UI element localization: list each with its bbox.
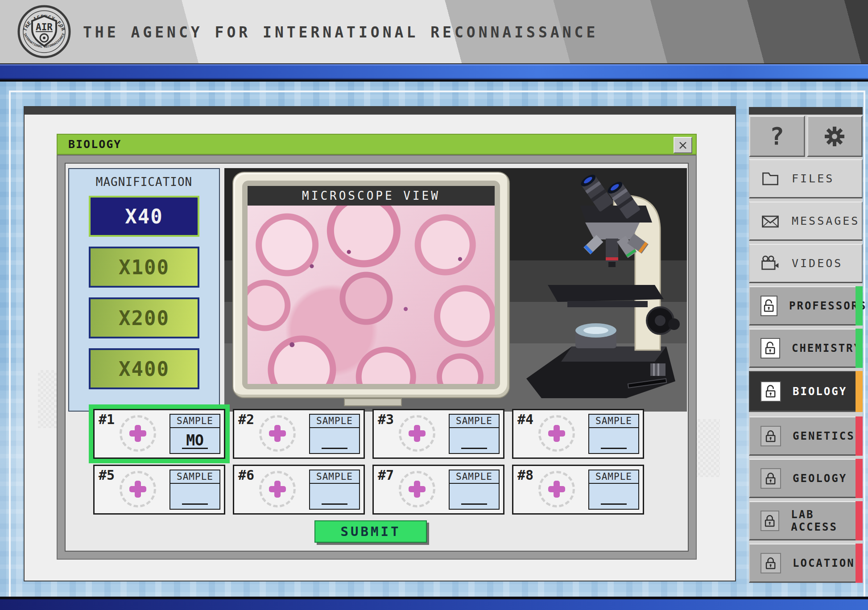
sample-box: SAMPLE bbox=[449, 470, 500, 510]
sidebar-item-chemistry[interactable]: CHEMISTRY bbox=[749, 329, 863, 368]
sample-slot-6[interactable]: #6SAMPLE bbox=[233, 465, 365, 515]
status-strip bbox=[856, 544, 863, 583]
monitor-bezel: MICROSCOPE VIEW bbox=[242, 181, 500, 389]
gear-icon bbox=[824, 126, 845, 147]
sidebar-top-buttons: ? bbox=[749, 115, 863, 157]
sample-slot-3[interactable]: #3SAMPLE bbox=[372, 409, 504, 459]
sidebar-item-label: MESSAGES bbox=[792, 214, 860, 227]
petri-dish-icon bbox=[538, 471, 575, 507]
sample-value-input[interactable] bbox=[461, 489, 487, 505]
sample-label: SAMPLE bbox=[170, 470, 219, 484]
specimen-icon bbox=[409, 481, 426, 498]
sample-slot-2[interactable]: #2SAMPLE bbox=[233, 409, 365, 459]
sample-value-input[interactable] bbox=[601, 489, 627, 505]
sample-slot-number: #2 bbox=[238, 412, 254, 427]
sample-slot-4[interactable]: #4SAMPLE bbox=[512, 409, 644, 459]
sidebar-item-biology[interactable]: BIOLOGY bbox=[749, 371, 863, 412]
svg-text:✦: ✦ bbox=[58, 23, 60, 28]
petri-dish-icon bbox=[399, 415, 435, 452]
sidebar-item-label: LOCATION bbox=[793, 557, 855, 569]
sidebar-item-files[interactable]: FILES bbox=[749, 159, 863, 198]
sidebar-item-videos[interactable]: VIDEOS bbox=[749, 244, 863, 283]
sample-label: SAMPLE bbox=[450, 470, 499, 484]
video-icon bbox=[761, 254, 780, 273]
sidebar: ? FILESMESSAGESVIDEOSPROFESSORSCHEMISTRY… bbox=[749, 107, 863, 582]
sample-value-input[interactable] bbox=[322, 489, 347, 505]
sample-slot-number: #6 bbox=[238, 467, 254, 483]
header-accent-bar bbox=[0, 64, 868, 79]
sample-slot-8[interactable]: #8SAMPLE bbox=[512, 465, 644, 515]
microscope-view-title: MICROSCOPE VIEW bbox=[248, 186, 495, 206]
sample-input-area bbox=[310, 428, 359, 453]
sidebar-item-genetics[interactable]: GENETICS bbox=[749, 416, 863, 456]
status-strip bbox=[856, 329, 863, 368]
sidebar-item-location[interactable]: LOCATION bbox=[749, 544, 863, 583]
petri-dish-icon bbox=[259, 415, 296, 452]
sidebar-items: FILESMESSAGESVIDEOSPROFESSORSCHEMISTRYBI… bbox=[749, 159, 863, 586]
lock-closed-icon bbox=[761, 553, 781, 573]
sidebar-item-geology[interactable]: GEOLOGY bbox=[749, 459, 863, 498]
app-title: THE AGENCY FOR INTERNATIONAL RECONNAISSA… bbox=[83, 0, 598, 64]
sidebar-item-label: GEOLOGY bbox=[793, 472, 847, 485]
screen: THE AGENCY FOR INTERNATIONAL RECONNAISSA… bbox=[0, 0, 868, 610]
magnification-buttons: X40X100X200X400 bbox=[69, 196, 219, 389]
sample-value-input[interactable]: MO bbox=[182, 433, 208, 449]
sample-slot-number: #7 bbox=[378, 467, 394, 483]
sample-label: SAMPLE bbox=[310, 415, 359, 428]
frame-line bbox=[864, 91, 865, 597]
sample-input-area: MO bbox=[170, 428, 219, 453]
petri-dish-icon bbox=[120, 471, 156, 507]
sample-slot-number: #5 bbox=[99, 467, 115, 483]
submit-button[interactable]: SUBMIT bbox=[314, 520, 427, 543]
sample-input-area bbox=[589, 428, 638, 453]
sidebar-item-label: CHEMISTRY bbox=[792, 342, 862, 354]
sample-slot-number: #4 bbox=[517, 412, 533, 427]
sample-input-area bbox=[310, 484, 359, 509]
dialog-content: MAGNIFICATION X40X100X200X400 MICROSCOPE… bbox=[65, 163, 689, 552]
sample-slot-7[interactable]: #7SAMPLE bbox=[372, 465, 504, 515]
sample-box: SAMPLE bbox=[588, 470, 639, 510]
sidebar-item-label: VIDEOS bbox=[792, 257, 843, 270]
sidebar-item-lab-access[interactable]: LAB ACCESS bbox=[749, 501, 863, 540]
footer-accent-bar bbox=[0, 599, 868, 610]
sidebar-titlebar bbox=[749, 107, 863, 115]
sample-input-area bbox=[450, 484, 499, 509]
sample-label: SAMPLE bbox=[589, 415, 638, 428]
sample-box: SAMPLE bbox=[588, 414, 639, 454]
specimen-icon bbox=[269, 425, 286, 442]
magnification-panel: MAGNIFICATION X40X100X200X400 bbox=[68, 168, 220, 412]
sample-value-input[interactable] bbox=[322, 433, 347, 449]
specimen-icon bbox=[548, 425, 565, 442]
specimen-icon bbox=[129, 481, 146, 498]
frame-line bbox=[9, 91, 865, 92]
specimen-icon bbox=[409, 425, 426, 442]
envelope-icon bbox=[761, 211, 780, 231]
microscope-panel: MICROSCOPE VIEW bbox=[224, 168, 687, 412]
magnification-x40[interactable]: X40 bbox=[89, 196, 199, 237]
sidebar-item-messages[interactable]: MESSAGES bbox=[749, 202, 863, 241]
sidebar-item-label: GENETICS bbox=[793, 430, 855, 442]
sample-slot-5[interactable]: #5SAMPLE bbox=[93, 465, 225, 515]
magnification-x200[interactable]: X200 bbox=[89, 297, 199, 338]
help-button[interactable]: ? bbox=[749, 115, 805, 157]
sample-label: SAMPLE bbox=[170, 415, 219, 428]
sample-value-input[interactable] bbox=[461, 433, 487, 449]
close-icon bbox=[678, 140, 688, 151]
folder-icon bbox=[761, 169, 780, 189]
sample-box: SAMPLEMO bbox=[169, 414, 220, 454]
sample-value-input[interactable] bbox=[182, 489, 208, 505]
sample-slot-1[interactable]: #1SAMPLEMO bbox=[93, 409, 225, 459]
sidebar-item-professors[interactable]: PROFESSORS bbox=[749, 286, 863, 326]
sample-value-input[interactable] bbox=[601, 433, 627, 449]
sidebar-item-label: FILES bbox=[792, 172, 834, 185]
microscope-illustration bbox=[518, 173, 684, 406]
sample-label: SAMPLE bbox=[450, 415, 499, 428]
settings-button[interactable] bbox=[807, 115, 863, 157]
lock-closed-icon bbox=[761, 511, 779, 531]
magnification-x100[interactable]: X100 bbox=[89, 247, 199, 288]
close-button[interactable] bbox=[674, 137, 692, 153]
magnification-x400[interactable]: X400 bbox=[89, 348, 199, 389]
specimen-icon bbox=[129, 425, 146, 442]
status-strip bbox=[856, 371, 863, 412]
magnification-label: MAGNIFICATION bbox=[69, 175, 219, 189]
